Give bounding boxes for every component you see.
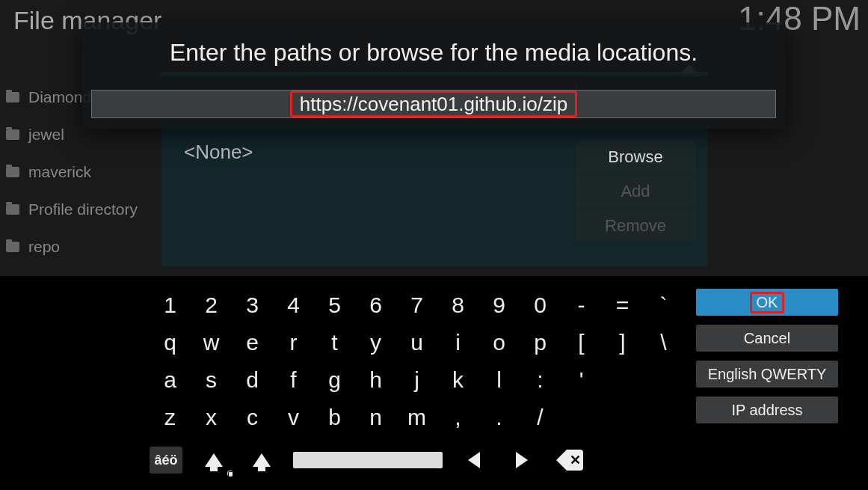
key-z[interactable]: z [150,399,191,436]
key-:[interactable]: : [520,361,561,399]
key-x[interactable]: x [191,399,232,436]
key-s[interactable]: s [191,361,232,399]
path-placeholder[interactable]: <None> [184,141,253,164]
key-w[interactable]: w [191,324,232,361]
add-button: Add [576,175,695,208]
backspace-icon [556,450,567,471]
key-o[interactable]: o [478,324,520,361]
key-9[interactable]: 9 [478,287,520,324]
spacebar-key[interactable] [293,452,443,468]
sidebar-item-profile-directory[interactable]: Profile directory [6,191,156,228]
key-d[interactable]: d [232,361,273,399]
key-2[interactable]: 2 [191,287,232,324]
sidebar-item-label: repo [28,238,60,256]
folder-icon [6,204,19,215]
key-v[interactable]: v [273,399,314,436]
key-p[interactable]: p [520,324,561,361]
triangle-right-icon [516,452,528,468]
key-y[interactable]: y [355,324,396,361]
shift-icon [253,453,271,467]
key-t[interactable]: t [314,324,355,361]
ip-address-button[interactable]: IP address [696,396,838,423]
browse-button[interactable]: Browse [576,141,695,174]
key-'[interactable]: ' [561,361,602,399]
key-q[interactable]: q [150,324,191,361]
panel-side-buttons: Browse Add Remove [576,141,695,244]
key-][interactable]: ] [602,324,643,361]
cursor-right-key[interactable] [505,447,538,474]
keyboard-row: zxcvbnm,./ [150,399,684,436]
shift-key[interactable] [245,447,278,474]
keyboard-row: 1234567890-=` [150,287,684,324]
key-u[interactable]: u [396,324,437,361]
key-g[interactable]: g [314,361,355,399]
key-,[interactable]: , [437,399,478,436]
key-l[interactable]: l [478,361,520,399]
remove-button: Remove [576,209,695,242]
key-h[interactable]: h [355,361,396,399]
layout-button[interactable]: English QWERTY [696,361,838,388]
sidebar-item-maverick[interactable]: maverick [6,153,156,191]
keyboard-row: qwertyuiop[]\ [150,324,684,361]
keyboard-row: asdfghjkl:' [150,361,684,399]
url-input[interactable]: https://covenant01.github.io/zip [91,90,776,118]
lock-icon [226,469,235,478]
backspace-key[interactable]: ✕ [553,447,586,474]
key--[interactable]: - [561,287,602,324]
key-1[interactable]: 1 [150,287,191,324]
key-n[interactable]: n [355,399,396,436]
sidebar-item-repo[interactable]: repo [6,228,156,266]
input-dialog: Enter the paths or browse for the media … [82,22,785,129]
key-`[interactable]: ` [643,287,684,324]
url-input-value: https://covenant01.github.io/zip [290,91,577,117]
shift-icon [205,453,223,467]
key-i[interactable]: i [437,324,478,361]
sidebar-item-label: Profile directory [28,200,138,218]
cursor-left-key[interactable] [458,447,490,474]
key-e[interactable]: e [232,324,273,361]
dialog-prompt: Enter the paths or browse for the media … [82,39,785,67]
key-=[interactable]: = [602,287,643,324]
key-a[interactable]: a [150,361,191,399]
key-5[interactable]: 5 [314,287,355,324]
caps-lock-key[interactable] [197,447,230,474]
sidebar-item-label: jewel [28,126,64,144]
key-r[interactable]: r [273,324,314,361]
key-c[interactable]: c [232,399,273,436]
folder-icon [6,167,19,177]
key-k[interactable]: k [437,361,478,399]
key-3[interactable]: 3 [232,287,273,324]
ok-label: OK [750,292,785,313]
ok-button[interactable]: OK [696,289,838,316]
key-6[interactable]: 6 [355,287,396,324]
key-/[interactable]: / [520,399,561,436]
key-f[interactable]: f [273,361,314,399]
cancel-button[interactable]: Cancel [696,325,838,352]
backspace-x-icon: ✕ [567,450,583,471]
key-.[interactable]: . [478,399,520,436]
key-4[interactable]: 4 [273,287,314,324]
folder-icon [6,92,19,102]
key-8[interactable]: 8 [437,287,478,324]
folder-icon [6,242,19,252]
key-j[interactable]: j [396,361,437,399]
folder-icon [6,129,19,140]
accent-key[interactable]: âéö [150,447,182,474]
triangle-left-icon [468,452,480,468]
key-0[interactable]: 0 [520,287,561,324]
key-\[interactable]: \ [643,324,684,361]
key-m[interactable]: m [396,399,437,436]
keyboard-actions: OK Cancel English QWERTY IP address [696,289,838,423]
key-[[interactable]: [ [561,324,602,361]
key-b[interactable]: b [314,399,355,436]
sidebar-item-label: maverick [28,163,91,181]
key-7[interactable]: 7 [396,287,437,324]
